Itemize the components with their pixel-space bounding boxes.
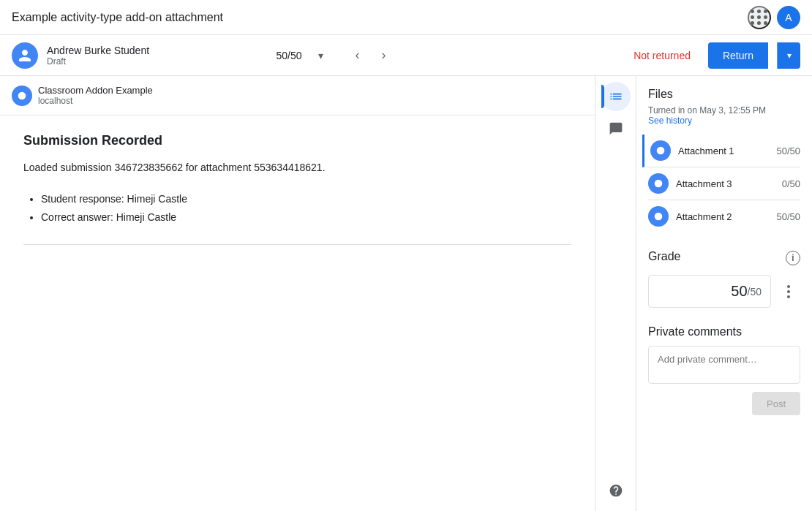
app-title: Example activity-type add-on attachment [12, 11, 739, 24]
grade-badge: 50/50 [277, 50, 302, 61]
addon-icon [12, 86, 32, 106]
attachment-score: 0/50 [782, 178, 800, 189]
private-comments-section: Private comments Post [648, 325, 800, 415]
attachment-name: Attachment 1 [678, 145, 769, 156]
see-history-link[interactable]: See history [648, 116, 800, 126]
grade-input-row: 50 /50 [648, 275, 800, 308]
files-section: Files Turned in on May 3, 12:55 PM See h… [648, 88, 800, 232]
turned-in-text: Turned in on May 3, 12:55 PM [648, 105, 766, 116]
grade-total: /50 [748, 286, 762, 298]
attachment-name: Attachment 3 [676, 178, 775, 189]
rubric-toolbar-button[interactable] [601, 82, 631, 111]
attachment-item[interactable]: Attachment 3 0/50 [648, 167, 800, 200]
attachment-icon [648, 206, 669, 227]
private-comments-title: Private comments [648, 325, 800, 338]
attachment-item[interactable]: Attachment 1 50/50 [642, 135, 800, 167]
attachment-icon [650, 140, 671, 161]
breadcrumb-text: Classroom Addon Example localhost [38, 85, 153, 106]
prev-student-button[interactable]: ‹ [346, 44, 369, 67]
grade-points: 50/50 [277, 50, 302, 61]
three-dot-icon [787, 285, 790, 298]
svg-point-3 [655, 213, 663, 221]
student-name: Andrew Burke Student [47, 45, 268, 56]
apps-grid-icon [751, 10, 768, 25]
student-avatar [12, 42, 38, 69]
return-button[interactable]: Return [708, 42, 768, 69]
breadcrumb-sub: localhost [38, 96, 153, 106]
attachment-name: Attachment 2 [676, 211, 769, 222]
top-bar: Example activity-type add-on attachment … [0, 0, 812, 35]
grade-value: 50 [731, 283, 747, 300]
private-comment-input[interactable] [648, 346, 800, 384]
svg-point-1 [657, 147, 665, 155]
student-dropdown-button[interactable] [311, 45, 331, 66]
attachment-item[interactable]: Attachment 2 50/50 [648, 200, 800, 232]
submission-body: Loaded submission 346723835662 for attac… [23, 160, 571, 175]
grade-section-title: Grade [648, 250, 680, 263]
submission-title: Submission Recorded [23, 133, 571, 148]
nav-arrows: ‹ › [346, 44, 396, 67]
chevron-down-icon [318, 50, 323, 61]
attachment-list: Attachment 1 50/50 Attachment 3 0/50 Att… [648, 135, 800, 232]
post-btn-row: Post [648, 392, 800, 415]
submission-area: Submission Recorded Loaded submission 34… [0, 116, 595, 511]
attachment-icon [648, 173, 669, 194]
main-layout: Classroom Addon Example localhost Submis… [0, 76, 812, 511]
grade-info-icon[interactable]: i [786, 251, 800, 265]
return-dropdown-button[interactable]: ▾ [777, 42, 800, 69]
student-draft-status: Draft [47, 56, 268, 67]
list-item: Student response: Himeji Castle [41, 190, 571, 208]
grade-header: Grade i [648, 250, 800, 266]
submission-list: Student response: Himeji Castle Correct … [23, 190, 571, 227]
grade-input-box[interactable]: 50 /50 [648, 275, 771, 308]
right-panel: Files Turned in on May 3, 12:55 PM See h… [636, 76, 812, 511]
breadcrumb-main: Classroom Addon Example [38, 85, 153, 96]
chevron-down-icon: ▾ [787, 50, 792, 61]
list-item: Correct answer: Himeji Castle [41, 208, 571, 227]
help-toolbar-button[interactable] [601, 476, 631, 505]
side-toolbar [595, 76, 636, 511]
student-bar: Andrew Burke Student Draft 50/50 ‹ › Not… [0, 35, 812, 76]
attachment-score: 50/50 [776, 211, 800, 222]
student-info: Andrew Burke Student Draft [47, 45, 268, 67]
svg-point-2 [655, 180, 663, 188]
active-indicator [601, 85, 604, 108]
not-returned-label: Not returned [634, 50, 691, 61]
breadcrumb: Classroom Addon Example localhost [0, 76, 595, 116]
submission-divider [23, 244, 571, 245]
top-bar-icons: A [748, 6, 800, 29]
comments-toolbar-button[interactable] [601, 114, 631, 143]
files-section-title: Files [648, 88, 800, 101]
apps-button[interactable] [748, 6, 771, 29]
grade-more-button[interactable] [777, 280, 800, 303]
grade-section: Grade i 50 /50 [648, 250, 800, 308]
next-student-button[interactable]: › [372, 44, 396, 67]
left-content: Classroom Addon Example localhost Submis… [0, 76, 595, 511]
user-avatar[interactable]: A [777, 6, 800, 29]
post-button[interactable]: Post [752, 392, 800, 415]
attachment-score: 50/50 [776, 145, 800, 156]
